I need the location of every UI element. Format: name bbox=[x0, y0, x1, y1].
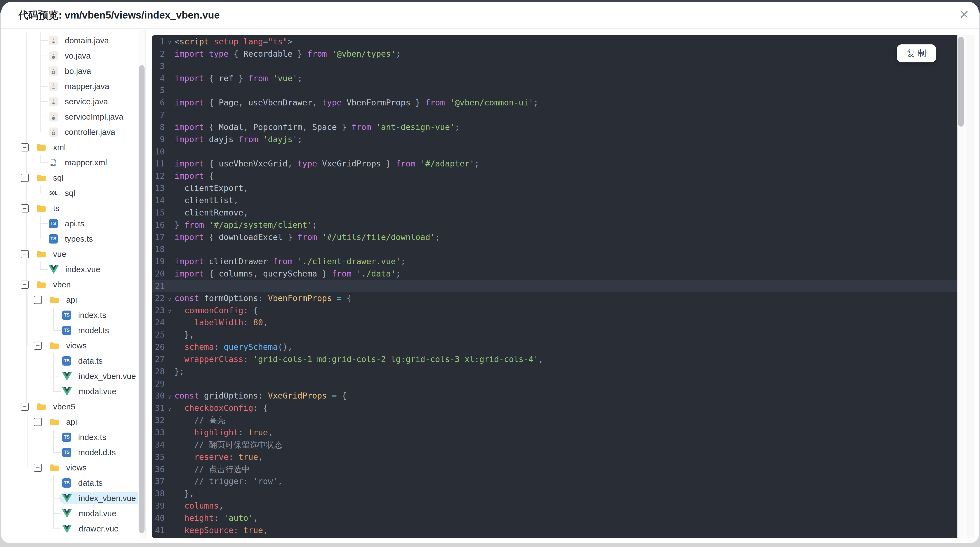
tree-item-label: api bbox=[66, 295, 77, 305]
fold-gutter bbox=[165, 122, 175, 134]
tree-item-types.ts[interactable]: TStypes.ts bbox=[2, 231, 151, 247]
collapse-toggle-icon[interactable] bbox=[21, 174, 29, 182]
tree-item-vben5[interactable]: vben5 bbox=[2, 399, 151, 414]
collapse-toggle-icon[interactable] bbox=[21, 403, 29, 411]
collapse-toggle-icon[interactable] bbox=[34, 464, 42, 472]
ts-file-icon: TS bbox=[49, 219, 58, 228]
tree-item-sql[interactable]: sql bbox=[2, 170, 151, 185]
tree-scrollbar[interactable] bbox=[138, 30, 146, 538]
copy-button[interactable]: 复 制 bbox=[897, 45, 936, 62]
tree-item-ts[interactable]: ts bbox=[2, 201, 151, 216]
line-number: 32 bbox=[152, 414, 165, 427]
line-number: 29 bbox=[152, 378, 165, 390]
ts-file-icon: TS bbox=[62, 311, 71, 320]
code-line: 1∨<script setup lang="ts"> bbox=[152, 36, 958, 48]
tree-item-label: data.ts bbox=[78, 478, 103, 488]
tree-item-xml[interactable]: xml bbox=[2, 140, 151, 155]
folder-icon bbox=[37, 402, 46, 411]
tree-item-api[interactable]: api bbox=[2, 414, 151, 430]
code-scrollbar-thumb[interactable] bbox=[958, 37, 964, 127]
tree-item-modal.vue[interactable]: modal.vue bbox=[2, 384, 151, 399]
code-line: 27 wrapperClass: 'grid-cols-1 md:grid-co… bbox=[152, 353, 958, 365]
tree-item-views[interactable]: views bbox=[2, 460, 151, 475]
code-text: import dayjs from 'dayjs'; bbox=[175, 134, 302, 146]
collapse-toggle-icon[interactable] bbox=[21, 143, 29, 152]
line-number: 20 bbox=[152, 268, 165, 280]
code-text: import { Modal, Popconfirm, Space } from… bbox=[175, 121, 460, 134]
fold-gutter bbox=[165, 147, 175, 159]
line-number: 21 bbox=[152, 280, 165, 292]
line-number: 13 bbox=[152, 182, 165, 195]
tree-item-drawer.vue[interactable]: drawer.vue bbox=[2, 521, 151, 536]
tree-item-model.d.ts[interactable]: TSmodel.d.ts bbox=[2, 445, 151, 460]
code-text: wrapperClass: 'grid-cols-1 md:grid-cols-… bbox=[175, 353, 543, 365]
line-number: 3 bbox=[152, 60, 165, 72]
tree-item-index.ts[interactable]: TSindex.ts bbox=[2, 308, 151, 323]
ts-file-icon: TS bbox=[62, 326, 71, 335]
tree-scrollbar-thumb[interactable] bbox=[139, 65, 145, 533]
tree-item-views[interactable]: views bbox=[2, 338, 151, 353]
code-scrollbar[interactable] bbox=[958, 35, 964, 538]
tree-item-controller.java[interactable]: controller.java bbox=[2, 124, 151, 140]
folder-icon bbox=[37, 143, 46, 152]
vue-file-icon bbox=[62, 509, 72, 518]
code-text: schema: querySchema(), bbox=[175, 341, 293, 353]
tree-item-mapper.xml[interactable]: XMLmapper.xml bbox=[2, 155, 151, 170]
code-line: 11import { useVbenVxeGrid, type VxeGridP… bbox=[152, 158, 958, 170]
tree-item-index_vben.vue[interactable]: index_vben.vue bbox=[2, 491, 151, 506]
tree-item-vue[interactable]: vue bbox=[2, 247, 151, 262]
fold-gutter bbox=[165, 73, 175, 86]
collapse-toggle-icon[interactable] bbox=[21, 204, 29, 212]
fold-gutter bbox=[165, 256, 175, 269]
tree-item-label: index.ts bbox=[78, 432, 106, 442]
line-number: 38 bbox=[152, 488, 165, 500]
tree-item-model.ts[interactable]: TSmodel.ts bbox=[2, 323, 151, 338]
code-line: 18 bbox=[152, 243, 958, 255]
folder-icon bbox=[37, 173, 46, 182]
tree-item-label: index.ts bbox=[78, 311, 106, 320]
vue-file-icon bbox=[62, 387, 72, 396]
fold-chevron-icon[interactable]: ∨ bbox=[165, 293, 175, 305]
fold-chevron-icon[interactable]: ∨ bbox=[165, 391, 175, 403]
code-line: 34 // 翻页时保留选中状态 bbox=[152, 439, 958, 451]
collapse-toggle-icon[interactable] bbox=[21, 250, 29, 258]
collapse-toggle-icon[interactable] bbox=[34, 341, 42, 350]
tree-item-bo.java[interactable]: bo.java bbox=[2, 64, 151, 79]
fold-chevron-icon[interactable]: ∨ bbox=[165, 37, 175, 49]
code-line: 21 bbox=[152, 280, 958, 292]
tree-item-data.ts[interactable]: TSdata.ts bbox=[2, 475, 151, 491]
code-editor[interactable]: 1∨<script setup lang="ts">2import type {… bbox=[152, 35, 958, 538]
tree-item-index.vue[interactable]: index.vue bbox=[2, 262, 151, 277]
collapse-toggle-icon[interactable] bbox=[34, 418, 42, 426]
tree-item-data.ts[interactable]: TSdata.ts bbox=[2, 353, 151, 368]
java-file-icon bbox=[49, 36, 58, 45]
ts-file-icon: TS bbox=[62, 356, 71, 365]
fold-chevron-icon[interactable]: ∨ bbox=[165, 305, 175, 317]
line-number: 39 bbox=[152, 500, 165, 512]
tree-item-index_vben.vue[interactable]: index_vben.vue bbox=[2, 368, 151, 384]
tree-item-sql[interactable]: SQLsql bbox=[2, 185, 151, 201]
collapse-toggle-icon[interactable] bbox=[34, 296, 42, 304]
line-number: 18 bbox=[152, 243, 165, 255]
fold-chevron-icon[interactable]: ∨ bbox=[165, 403, 175, 415]
tree-item-api.ts[interactable]: TSapi.ts bbox=[2, 216, 151, 231]
collapse-toggle-icon[interactable] bbox=[21, 281, 29, 289]
tree-item-domain.java[interactable]: domain.java bbox=[2, 33, 151, 48]
tree-item-serviceImpl.java[interactable]: serviceImpl.java bbox=[2, 109, 151, 124]
close-icon[interactable]: × bbox=[959, 5, 969, 24]
fold-gutter bbox=[165, 415, 175, 427]
tree-item-vo.java[interactable]: vo.java bbox=[2, 48, 151, 64]
fold-gutter bbox=[165, 452, 175, 464]
tree-item-modal.vue[interactable]: modal.vue bbox=[2, 506, 151, 521]
tree-item-service.java[interactable]: service.java bbox=[2, 94, 151, 109]
tree-item-mapper.java[interactable]: mapper.java bbox=[2, 79, 151, 94]
line-number: 5 bbox=[152, 85, 165, 97]
tree-item-vben[interactable]: vben bbox=[2, 277, 151, 292]
tree-item-api[interactable]: api bbox=[2, 292, 151, 308]
code-line: 6import { Page, useVbenDrawer, type Vben… bbox=[152, 97, 958, 109]
tree-item-index.ts[interactable]: TSindex.ts bbox=[2, 430, 151, 445]
code-line: 30∨const gridOptions: VxeGridProps = { bbox=[152, 390, 958, 402]
line-number: 36 bbox=[152, 463, 165, 476]
code-line: 16} from '#/api/system/client'; bbox=[152, 219, 958, 231]
fold-gutter bbox=[165, 61, 175, 73]
